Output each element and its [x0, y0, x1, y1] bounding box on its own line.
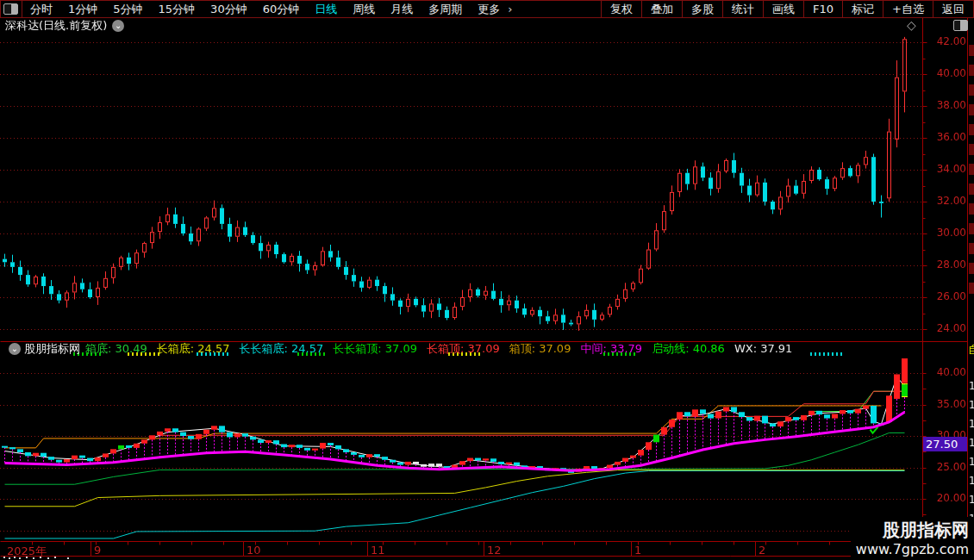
main-axis-label: 28.00: [924, 258, 966, 271]
diejia-button[interactable]: 叠加: [641, 1, 682, 17]
tab-multiperiod[interactable]: 多周期: [421, 2, 470, 17]
field-qidongxian: 启动线: 40.86: [652, 341, 725, 357]
watermark: 股朋指标网 www.7gpzb.com: [851, 517, 974, 560]
main-axis-label: 42.00: [924, 35, 966, 47]
tab-monthly[interactable]: 月线: [383, 2, 421, 17]
chart-canvas[interactable]: [0, 0, 974, 560]
chevron-down-icon[interactable]: ⌄: [112, 20, 124, 32]
month-label: 9: [94, 544, 101, 557]
field-changchangxiangdi: 长长箱底: 24.57: [239, 341, 323, 357]
panel-axis-label: 35.00: [924, 398, 966, 410]
huaxian-button[interactable]: 画线: [763, 1, 803, 17]
panel-layout-icon[interactable]: [953, 20, 968, 31]
main-axis-label: 26.00: [924, 290, 966, 302]
panel-axis-label: 40.00: [924, 366, 966, 378]
tab-weekly[interactable]: 周线: [345, 2, 383, 17]
panel-toggle-icon[interactable]: [3, 3, 18, 15]
tab-daily[interactable]: 日线: [307, 2, 345, 17]
field-changchangxiangding: 长长箱顶: 37.09: [333, 341, 417, 357]
indicator-source[interactable]: 股朋指标网: [24, 341, 80, 357]
tab-15min[interactable]: 15分钟: [151, 2, 203, 17]
app-window: 分时 1分钟 5分钟 15分钟 30分钟 60分钟 日线 周线 月线 多周期 更…: [0, 0, 974, 560]
tab-1min[interactable]: 1分钟: [60, 2, 105, 17]
diamond-icon[interactable]: ◇: [907, 18, 916, 32]
main-axis-label: 38.00: [924, 99, 966, 111]
back-button[interactable]: 返回: [933, 1, 973, 17]
main-axis-label: 30.00: [924, 227, 966, 239]
panel-axis-label: 20.00: [924, 492, 966, 504]
month-label: 2: [759, 544, 765, 557]
biaoji-button[interactable]: 标记: [842, 1, 883, 17]
month-label: 10: [247, 544, 261, 557]
main-axis-label: 34.00: [924, 163, 966, 175]
tab-60min[interactable]: 60分钟: [255, 2, 308, 17]
month-label: 1: [634, 544, 641, 557]
main-axis-label: 40.00: [924, 67, 966, 79]
field-zhongjian: 中间: 33.79: [580, 341, 642, 357]
top-toolbar: 分时 1分钟 5分钟 15分钟 30分钟 60分钟 日线 周线 月线 多周期 更…: [0, 0, 974, 18]
watermark-url: www.7gpzb.com: [851, 541, 969, 558]
watermark-brand: 股朋指标网: [851, 519, 969, 541]
field-changxiangdi: 长箱底: 24.57: [157, 341, 230, 357]
tongji-button[interactable]: 统计: [722, 1, 763, 17]
tab-more[interactable]: 更多: [470, 2, 508, 17]
field-xiangdi: 箱底: 30.49: [85, 341, 147, 357]
indicator-header: ⌄ 股朋指标网 箱底: 30.49 长箱底: 24.57 长长箱底: 24.57…: [3, 342, 802, 355]
month-label: 11: [371, 544, 385, 557]
tab-5min[interactable]: 5分钟: [105, 2, 150, 17]
fuquan-button[interactable]: 复权: [601, 1, 641, 17]
field-wx: WX: 37.91: [734, 342, 793, 355]
value-badge: 27.50: [923, 437, 967, 451]
tab-30min[interactable]: 30分钟: [203, 2, 255, 17]
field-xiangding: 箱顶: 37.09: [509, 341, 571, 357]
add-watchlist-button[interactable]: +自选: [883, 1, 933, 17]
chart-title: 深科达(日线.前复权): [5, 18, 107, 34]
tab-fenshi[interactable]: 分时: [22, 2, 60, 17]
main-axis-label: 24.00: [924, 322, 966, 334]
year-label: 2025年: [7, 544, 47, 559]
field-changxiangding: 长箱顶: 37.09: [427, 341, 500, 357]
chevron-down-icon[interactable]: ⌄: [9, 343, 21, 355]
main-axis-label: 32.00: [924, 195, 966, 207]
f10-button[interactable]: F10: [803, 1, 842, 17]
main-axis-label: 36.00: [924, 131, 966, 143]
chart-title-row: 深科达(日线.前复权) ⌄: [5, 18, 124, 34]
panel-axis-label: 25.00: [924, 461, 966, 473]
duogu-button[interactable]: 多股: [682, 1, 722, 17]
chevron-right-icon: ›: [508, 3, 517, 16]
month-label: 12: [487, 544, 502, 557]
